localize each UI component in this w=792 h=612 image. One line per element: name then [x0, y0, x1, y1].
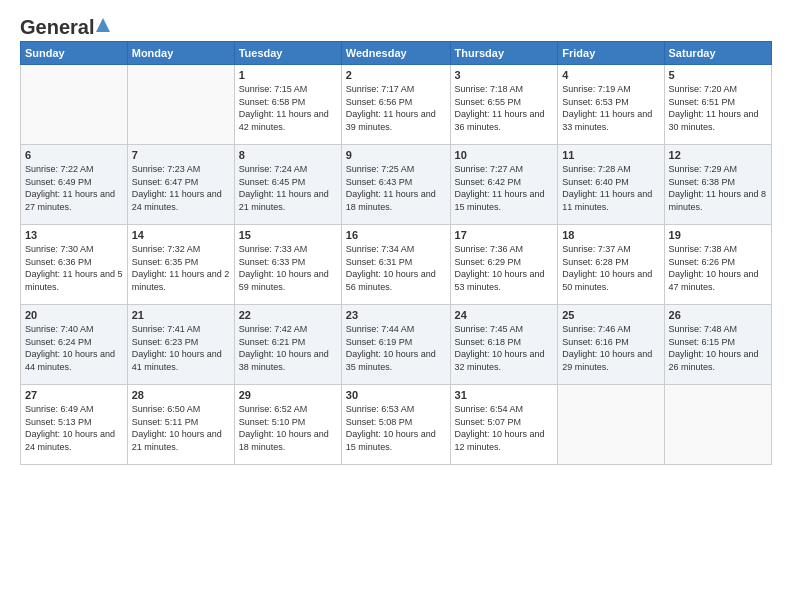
- day-info: Sunrise: 6:54 AMSunset: 5:07 PMDaylight:…: [455, 403, 554, 453]
- day-info: Sunrise: 7:17 AMSunset: 6:56 PMDaylight:…: [346, 83, 446, 133]
- day-number: 24: [455, 309, 554, 321]
- day-number: 19: [669, 229, 767, 241]
- day-info: Sunrise: 6:52 AMSunset: 5:10 PMDaylight:…: [239, 403, 337, 453]
- day-info: Sunrise: 7:15 AMSunset: 6:58 PMDaylight:…: [239, 83, 337, 133]
- calendar-week-row: 20Sunrise: 7:40 AMSunset: 6:24 PMDayligh…: [21, 305, 772, 385]
- weekday-header-monday: Monday: [127, 42, 234, 65]
- day-info: Sunrise: 7:23 AMSunset: 6:47 PMDaylight:…: [132, 163, 230, 213]
- logo-triangle-icon: [96, 18, 110, 36]
- logo: General: [20, 16, 110, 35]
- calendar-cell: [664, 385, 771, 465]
- calendar-cell: [21, 65, 128, 145]
- weekday-header-row: SundayMondayTuesdayWednesdayThursdayFrid…: [21, 42, 772, 65]
- calendar-cell: 25Sunrise: 7:46 AMSunset: 6:16 PMDayligh…: [558, 305, 664, 385]
- day-info: Sunrise: 7:24 AMSunset: 6:45 PMDaylight:…: [239, 163, 337, 213]
- day-number: 16: [346, 229, 446, 241]
- calendar-cell: 3Sunrise: 7:18 AMSunset: 6:55 PMDaylight…: [450, 65, 558, 145]
- day-info: Sunrise: 7:45 AMSunset: 6:18 PMDaylight:…: [455, 323, 554, 373]
- day-info: Sunrise: 6:49 AMSunset: 5:13 PMDaylight:…: [25, 403, 123, 453]
- day-info: Sunrise: 7:37 AMSunset: 6:28 PMDaylight:…: [562, 243, 659, 293]
- weekday-header-saturday: Saturday: [664, 42, 771, 65]
- calendar-cell: 14Sunrise: 7:32 AMSunset: 6:35 PMDayligh…: [127, 225, 234, 305]
- calendar-cell: 27Sunrise: 6:49 AMSunset: 5:13 PMDayligh…: [21, 385, 128, 465]
- day-info: Sunrise: 7:42 AMSunset: 6:21 PMDaylight:…: [239, 323, 337, 373]
- weekday-header-friday: Friday: [558, 42, 664, 65]
- calendar-week-row: 27Sunrise: 6:49 AMSunset: 5:13 PMDayligh…: [21, 385, 772, 465]
- day-number: 13: [25, 229, 123, 241]
- calendar-cell: 2Sunrise: 7:17 AMSunset: 6:56 PMDaylight…: [341, 65, 450, 145]
- day-info: Sunrise: 6:50 AMSunset: 5:11 PMDaylight:…: [132, 403, 230, 453]
- day-number: 31: [455, 389, 554, 401]
- day-info: Sunrise: 6:53 AMSunset: 5:08 PMDaylight:…: [346, 403, 446, 453]
- day-info: Sunrise: 7:25 AMSunset: 6:43 PMDaylight:…: [346, 163, 446, 213]
- calendar-cell: 20Sunrise: 7:40 AMSunset: 6:24 PMDayligh…: [21, 305, 128, 385]
- calendar-cell: 10Sunrise: 7:27 AMSunset: 6:42 PMDayligh…: [450, 145, 558, 225]
- calendar-cell: 18Sunrise: 7:37 AMSunset: 6:28 PMDayligh…: [558, 225, 664, 305]
- calendar-cell: 7Sunrise: 7:23 AMSunset: 6:47 PMDaylight…: [127, 145, 234, 225]
- day-info: Sunrise: 7:48 AMSunset: 6:15 PMDaylight:…: [669, 323, 767, 373]
- day-info: Sunrise: 7:41 AMSunset: 6:23 PMDaylight:…: [132, 323, 230, 373]
- day-info: Sunrise: 7:27 AMSunset: 6:42 PMDaylight:…: [455, 163, 554, 213]
- day-number: 23: [346, 309, 446, 321]
- day-info: Sunrise: 7:28 AMSunset: 6:40 PMDaylight:…: [562, 163, 659, 213]
- weekday-header-sunday: Sunday: [21, 42, 128, 65]
- day-number: 28: [132, 389, 230, 401]
- day-number: 25: [562, 309, 659, 321]
- day-info: Sunrise: 7:38 AMSunset: 6:26 PMDaylight:…: [669, 243, 767, 293]
- weekday-header-tuesday: Tuesday: [234, 42, 341, 65]
- day-info: Sunrise: 7:40 AMSunset: 6:24 PMDaylight:…: [25, 323, 123, 373]
- calendar-cell: 22Sunrise: 7:42 AMSunset: 6:21 PMDayligh…: [234, 305, 341, 385]
- calendar-cell: 6Sunrise: 7:22 AMSunset: 6:49 PMDaylight…: [21, 145, 128, 225]
- calendar-cell: 30Sunrise: 6:53 AMSunset: 5:08 PMDayligh…: [341, 385, 450, 465]
- calendar-cell: 24Sunrise: 7:45 AMSunset: 6:18 PMDayligh…: [450, 305, 558, 385]
- calendar-cell: 16Sunrise: 7:34 AMSunset: 6:31 PMDayligh…: [341, 225, 450, 305]
- calendar-cell: 19Sunrise: 7:38 AMSunset: 6:26 PMDayligh…: [664, 225, 771, 305]
- calendar-week-row: 1Sunrise: 7:15 AMSunset: 6:58 PMDaylight…: [21, 65, 772, 145]
- calendar-cell: 23Sunrise: 7:44 AMSunset: 6:19 PMDayligh…: [341, 305, 450, 385]
- day-info: Sunrise: 7:46 AMSunset: 6:16 PMDaylight:…: [562, 323, 659, 373]
- calendar-cell: 4Sunrise: 7:19 AMSunset: 6:53 PMDaylight…: [558, 65, 664, 145]
- calendar-cell: 15Sunrise: 7:33 AMSunset: 6:33 PMDayligh…: [234, 225, 341, 305]
- day-number: 17: [455, 229, 554, 241]
- calendar-cell: 26Sunrise: 7:48 AMSunset: 6:15 PMDayligh…: [664, 305, 771, 385]
- day-number: 6: [25, 149, 123, 161]
- weekday-header-wednesday: Wednesday: [341, 42, 450, 65]
- calendar-cell: 1Sunrise: 7:15 AMSunset: 6:58 PMDaylight…: [234, 65, 341, 145]
- day-number: 10: [455, 149, 554, 161]
- day-info: Sunrise: 7:30 AMSunset: 6:36 PMDaylight:…: [25, 243, 123, 293]
- header: General: [20, 16, 772, 35]
- day-info: Sunrise: 7:19 AMSunset: 6:53 PMDaylight:…: [562, 83, 659, 133]
- day-number: 29: [239, 389, 337, 401]
- day-number: 12: [669, 149, 767, 161]
- day-info: Sunrise: 7:34 AMSunset: 6:31 PMDaylight:…: [346, 243, 446, 293]
- calendar-cell: 12Sunrise: 7:29 AMSunset: 6:38 PMDayligh…: [664, 145, 771, 225]
- day-number: 8: [239, 149, 337, 161]
- day-number: 21: [132, 309, 230, 321]
- calendar-table: SundayMondayTuesdayWednesdayThursdayFrid…: [20, 41, 772, 465]
- day-number: 5: [669, 69, 767, 81]
- day-number: 2: [346, 69, 446, 81]
- calendar-cell: 29Sunrise: 6:52 AMSunset: 5:10 PMDayligh…: [234, 385, 341, 465]
- day-info: Sunrise: 7:22 AMSunset: 6:49 PMDaylight:…: [25, 163, 123, 213]
- day-info: Sunrise: 7:32 AMSunset: 6:35 PMDaylight:…: [132, 243, 230, 293]
- calendar-week-row: 13Sunrise: 7:30 AMSunset: 6:36 PMDayligh…: [21, 225, 772, 305]
- calendar-cell: 5Sunrise: 7:20 AMSunset: 6:51 PMDaylight…: [664, 65, 771, 145]
- calendar-cell: [127, 65, 234, 145]
- calendar-cell: 28Sunrise: 6:50 AMSunset: 5:11 PMDayligh…: [127, 385, 234, 465]
- day-number: 3: [455, 69, 554, 81]
- page: General SundayMondayTuesdayWednesdayThur…: [0, 0, 792, 477]
- day-number: 14: [132, 229, 230, 241]
- calendar-cell: 31Sunrise: 6:54 AMSunset: 5:07 PMDayligh…: [450, 385, 558, 465]
- calendar-cell: 11Sunrise: 7:28 AMSunset: 6:40 PMDayligh…: [558, 145, 664, 225]
- day-info: Sunrise: 7:36 AMSunset: 6:29 PMDaylight:…: [455, 243, 554, 293]
- day-number: 7: [132, 149, 230, 161]
- calendar-week-row: 6Sunrise: 7:22 AMSunset: 6:49 PMDaylight…: [21, 145, 772, 225]
- logo-general: General: [20, 16, 94, 39]
- day-number: 4: [562, 69, 659, 81]
- day-number: 15: [239, 229, 337, 241]
- day-number: 20: [25, 309, 123, 321]
- calendar-cell: 8Sunrise: 7:24 AMSunset: 6:45 PMDaylight…: [234, 145, 341, 225]
- day-number: 11: [562, 149, 659, 161]
- day-info: Sunrise: 7:29 AMSunset: 6:38 PMDaylight:…: [669, 163, 767, 213]
- day-number: 30: [346, 389, 446, 401]
